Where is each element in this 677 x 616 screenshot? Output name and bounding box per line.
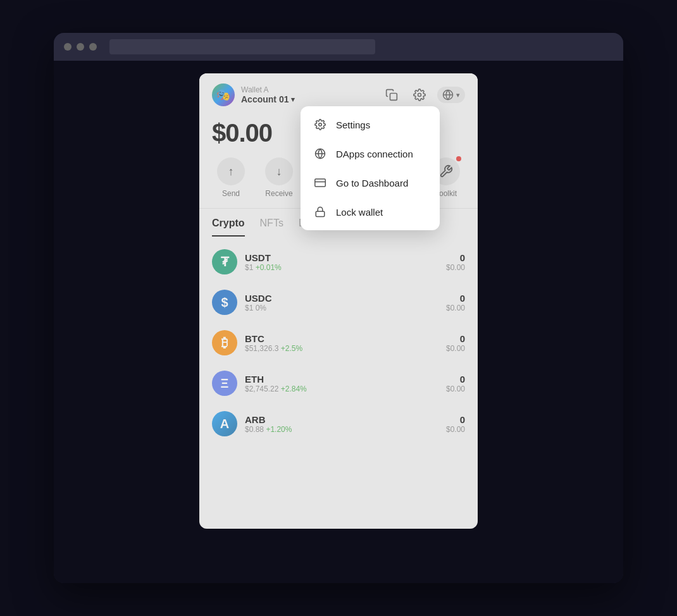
traffic-light-3 (89, 43, 97, 51)
address-bar[interactable] (109, 39, 375, 54)
browser-titlebar (54, 33, 623, 61)
dapps-menu-label: DApps connection (336, 149, 413, 159)
traffic-lights (64, 43, 97, 51)
svg-rect-7 (315, 179, 326, 187)
browser-window: 🎭 Wallet A Account 01 ▾ (54, 33, 623, 583)
traffic-light-2 (77, 43, 84, 51)
traffic-light-1 (64, 43, 71, 51)
svg-point-4 (319, 123, 322, 126)
dashboard-menu-icon (313, 177, 327, 188)
menu-item-lock[interactable]: Lock wallet (301, 197, 440, 226)
menu-item-settings[interactable]: Settings (301, 110, 440, 139)
wallet-panel: 🎭 Wallet A Account 01 ▾ (199, 73, 478, 529)
menu-item-dashboard[interactable]: Go to Dashboard (301, 168, 440, 197)
menu-item-dapps[interactable]: DApps connection (301, 139, 440, 168)
settings-menu-icon (313, 119, 327, 130)
settings-menu-label: Settings (336, 120, 370, 130)
globe-menu-icon (313, 148, 327, 159)
dropdown-menu: Settings DApps connection (301, 106, 440, 230)
svg-rect-9 (316, 211, 325, 216)
lock-menu-label: Lock wallet (336, 207, 383, 218)
lock-menu-icon (313, 206, 327, 218)
dashboard-menu-label: Go to Dashboard (336, 178, 408, 188)
browser-content: 🎭 Wallet A Account 01 ▾ (54, 61, 623, 583)
